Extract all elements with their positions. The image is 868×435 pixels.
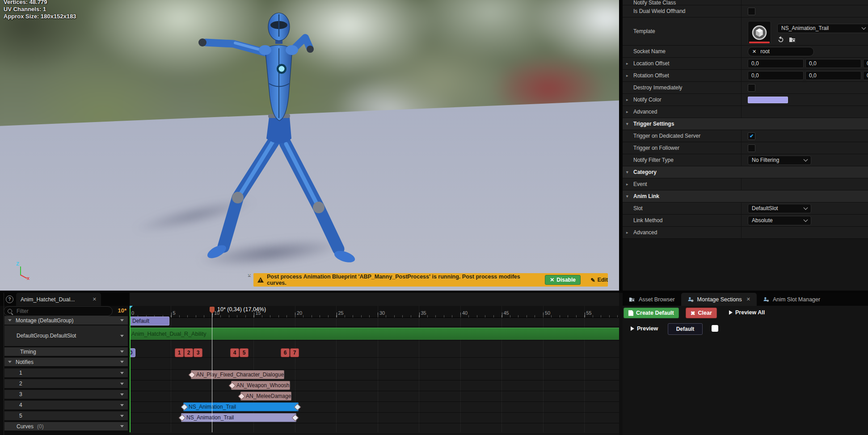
browse-to-asset-icon[interactable] (789, 36, 796, 43)
expand-arrow-icon[interactable]: ▸ (626, 97, 633, 102)
rotation-offset-z-field[interactable]: 0,0 (863, 71, 868, 80)
expand-arrow-icon[interactable]: ▸ (626, 61, 633, 66)
tab-asset-browser[interactable]: Asset Browser (623, 293, 681, 306)
category-anim-link[interactable]: ▾Anim Link (623, 190, 868, 203)
sidebar-notify-track-3[interactable]: 3 (4, 390, 128, 399)
chevron-down-icon[interactable] (120, 425, 124, 427)
link-method-dropdown[interactable]: Absolute (748, 216, 811, 225)
sidebar-item-montage-group[interactable]: Montage (DefaultGroup) (4, 316, 128, 325)
timing-marker-7[interactable]: 7 (290, 348, 299, 357)
notify-AN_Weapon_Whoosh[interactable]: AN_Weapon_Whoosh (231, 381, 290, 390)
clear-button[interactable]: ✖ Clear (686, 308, 717, 318)
sidebar-item-curves[interactable]: Curves (0) (4, 422, 128, 431)
chevron-down-icon[interactable] (120, 361, 124, 363)
sidebar-notify-track-2[interactable]: 2 (4, 379, 128, 388)
preview-button[interactable]: Preview (631, 325, 658, 332)
notify-track-3[interactable]: AN_MeleeDamage (130, 391, 619, 402)
notify-state-NS_Animation_Trail[interactable]: NS_Animation_Trail (181, 413, 296, 422)
tab-anim-hatchet-dual[interactable]: Anim_Hatchet_Dual... ✕ (16, 293, 101, 306)
help-icon[interactable]: ? (6, 296, 13, 303)
tab-montage-sections[interactable]: Montage Sections ✕ (681, 293, 757, 306)
section-chip-default[interactable]: Default (130, 317, 169, 325)
notify-filter-type-dropdown[interactable]: No Filtering (748, 156, 811, 165)
expand-arrow-icon[interactable]: ▸ (626, 73, 633, 78)
timing-marker-5[interactable]: 5 (240, 348, 249, 357)
montage-segment-bar[interactable]: Anim_Hatchet_Dual_R_Ability (130, 328, 619, 340)
expand-arrow-icon[interactable]: ▸ (626, 110, 633, 114)
notify-track-5[interactable]: NS_Animation_Trail (130, 412, 619, 423)
tab-anim-slot-manager[interactable]: Anim Slot Manager (757, 293, 826, 306)
close-icon[interactable]: ✕ (93, 296, 97, 302)
rotation-offset-x-field[interactable]: 0,0 (748, 71, 804, 80)
section-track[interactable]: Default (130, 316, 619, 327)
chevron-down-icon[interactable] (120, 335, 124, 337)
destroy-immediately-checkbox[interactable] (748, 84, 755, 92)
socket-name-field[interactable]: ✕ root (748, 47, 814, 56)
notify-track-4[interactable]: NS_Animation_Trail (130, 401, 619, 413)
sidebar-notify-track-5[interactable]: 5 (4, 411, 128, 420)
filter-input[interactable] (16, 308, 98, 315)
chevron-down-icon[interactable] (120, 351, 124, 353)
chevron-down-icon[interactable] (120, 372, 124, 374)
montage-timeline[interactable]: 0510152025303540455055 Default Anim_Hatc… (130, 293, 619, 435)
notify-AN_Play_Fixed_Character_Dialogue[interactable]: AN_Play_Fixed_Character_Dialogue (191, 370, 284, 379)
curves-track[interactable] (130, 423, 619, 434)
notify-handle-icon[interactable] (179, 414, 186, 422)
timing-marker-6[interactable]: 6 (281, 348, 290, 357)
is-dual-wield-offhand-checkbox[interactable] (748, 8, 755, 15)
notify-handle-icon[interactable] (229, 382, 236, 389)
filter-search-box[interactable] (4, 306, 113, 316)
timing-marker-1[interactable]: 1 (175, 348, 184, 357)
sidebar-notify-track-4[interactable]: 4 (4, 401, 128, 410)
chevron-down-icon[interactable] (120, 319, 124, 321)
chevron-down-icon[interactable] (120, 404, 124, 406)
notify-handle-icon[interactable] (189, 372, 196, 379)
expand-arrow-icon[interactable]: ▸ (626, 182, 633, 186)
notify-state-NS_Animation_Trail[interactable]: NS_Animation_Trail (183, 402, 299, 411)
chevron-down-icon[interactable] (120, 393, 124, 396)
location-offset-y-field[interactable]: 0,0 (805, 59, 861, 68)
slot-dropdown[interactable]: DefaultSlot (748, 204, 811, 213)
notify-color-swatch[interactable] (748, 97, 788, 103)
use-selected-asset-icon[interactable] (777, 36, 784, 43)
montage-slot-track[interactable]: Anim_Hatchet_Dual_R_Ability (130, 328, 619, 341)
notify-handle-icon[interactable] (181, 404, 188, 411)
disable-button[interactable]: ✕ Disable (545, 275, 581, 285)
create-default-button[interactable]: Create Default (624, 308, 679, 318)
template-asset-dropdown[interactable]: NS_Animation_Trail (777, 24, 868, 33)
sidebar-item-timing[interactable]: Timing (4, 347, 128, 356)
viewport-3d[interactable]: Vertices: 48.779 UV Channels: 1 Approx S… (0, 0, 619, 293)
default-section-button[interactable]: Default (668, 323, 703, 335)
notify-handle-icon[interactable] (292, 414, 299, 422)
rotation-offset-y-field[interactable]: 0,0 (805, 71, 861, 80)
expand-arrow-icon[interactable]: ▸ (626, 230, 633, 235)
close-icon[interactable]: ✕ (746, 296, 750, 302)
trigger-on-dedicated-server-checkbox[interactable]: ✔ (748, 132, 755, 140)
timing-marker-3[interactable]: 3 (194, 348, 202, 357)
clear-socket-icon[interactable]: ✕ (752, 49, 756, 55)
chevron-down-icon[interactable] (120, 415, 124, 417)
sidebar-notify-track-1[interactable]: 1 (4, 368, 128, 377)
notify-handle-icon[interactable] (238, 393, 245, 400)
notify-track-1[interactable]: AN_Play_Fixed_Character_Dialogue (130, 369, 619, 380)
section-checkbox[interactable] (712, 325, 718, 332)
location-offset-z-field[interactable]: 0,0 (863, 59, 868, 68)
timing-marker-2[interactable]: 2 (184, 348, 193, 357)
location-offset-x-field[interactable]: 0,0 (748, 59, 804, 68)
category-category[interactable]: ▾Category (623, 166, 868, 178)
sidebar-item-notifies[interactable]: Notifies (4, 358, 128, 366)
trigger-on-follower-checkbox[interactable] (748, 144, 755, 152)
warning-dismiss-icon[interactable]: x (248, 272, 251, 277)
notify-track-2[interactable]: AN_Weapon_Whoosh (130, 380, 619, 391)
playhead-line[interactable] (212, 313, 212, 432)
edit-button[interactable]: ✎ Edit (590, 277, 608, 283)
template-asset-thumbnail[interactable] (748, 21, 771, 44)
notify-handle-icon[interactable] (294, 404, 301, 411)
category-trigger-settings[interactable]: ▾Trigger Settings (623, 118, 868, 130)
notify-AN_MeleeDamage[interactable]: AN_MeleeDamage (240, 392, 291, 401)
timing-marker-4[interactable]: 4 (230, 348, 239, 357)
chevron-down-icon[interactable] (120, 383, 124, 385)
preview-all-button[interactable]: Preview All (729, 309, 765, 316)
character-mannequin[interactable] (174, 5, 371, 269)
sidebar-item-default-slot[interactable]: DefaultGroup.DefaultSlot (4, 325, 128, 346)
